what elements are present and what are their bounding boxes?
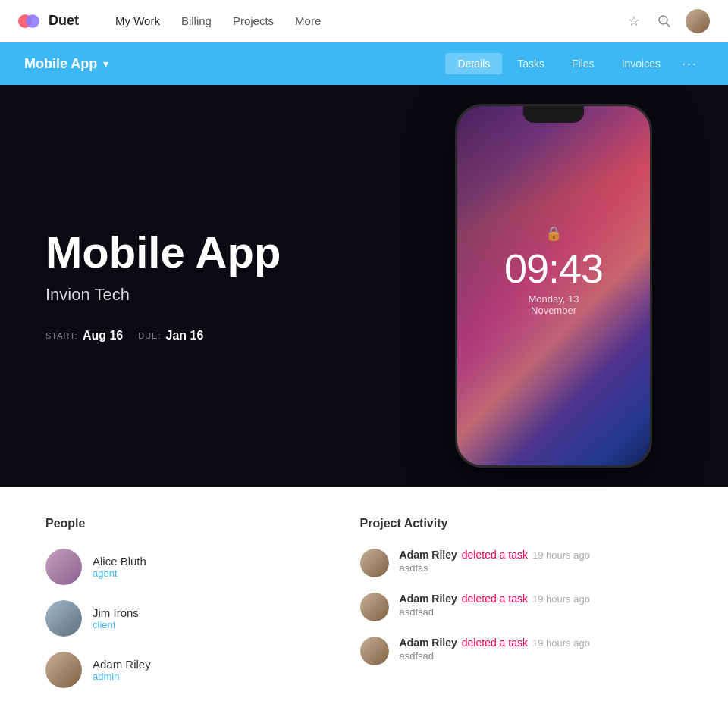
search-icon[interactable] xyxy=(655,12,673,30)
nav-more[interactable]: More xyxy=(295,14,321,27)
start-date-group: START: Aug 16 xyxy=(46,328,123,342)
jim-avatar xyxy=(46,600,82,637)
act3-name: Adam Riley xyxy=(400,637,457,649)
hero-subtitle: Invion Tech xyxy=(46,284,281,304)
svg-line-1 xyxy=(667,23,670,27)
act3-desc: asdfsad xyxy=(400,650,590,662)
star-icon[interactable]: ☆ xyxy=(625,12,643,30)
tab-files[interactable]: Files xyxy=(560,53,607,74)
act3-line: Adam Riley deleted a task 19 hours ago xyxy=(400,637,590,649)
activity-item: Adam Riley deleted a task 19 hours ago a… xyxy=(360,637,682,665)
logo-icon xyxy=(18,14,42,29)
lock-icon: 🔒 xyxy=(504,225,603,242)
alice-role: agent xyxy=(93,568,146,579)
person-item: Alice Bluth agent xyxy=(46,549,315,585)
act2-action: deleted a task xyxy=(462,593,528,605)
hero-dates: START: Aug 16 DUE: Jan 16 xyxy=(46,328,281,342)
nav-right: ☆ xyxy=(625,9,710,33)
act1-desc: asdfas xyxy=(400,562,590,574)
due-date: Jan 16 xyxy=(166,328,204,342)
phone-frame: 🔒 09:43 Monday, 13 November xyxy=(455,104,652,468)
alice-name: Alice Bluth xyxy=(93,555,146,568)
adam-name: Adam Riley xyxy=(93,658,151,671)
bottom-content: People Alice Bluth agent Jim Irons clien… xyxy=(0,487,728,701)
activity-item: Adam Riley deleted a task 19 hours ago a… xyxy=(360,593,682,621)
nav-my-work[interactable]: My Work xyxy=(115,14,160,27)
tab-tasks[interactable]: Tasks xyxy=(505,53,557,74)
jim-name: Jim Irons xyxy=(93,606,139,619)
project-title: Mobile App xyxy=(24,56,97,72)
act2-name: Adam Riley xyxy=(400,593,457,605)
adam-info: Adam Riley admin xyxy=(93,658,151,682)
act1-content: Adam Riley deleted a task 19 hours ago a… xyxy=(400,549,590,574)
act3-content: Adam Riley deleted a task 19 hours ago a… xyxy=(400,637,590,662)
activity-section: Project Activity Adam Riley deleted a ta… xyxy=(360,517,682,701)
act1-action: deleted a task xyxy=(462,549,528,561)
activity-section-title: Project Activity xyxy=(360,517,682,530)
act1-line: Adam Riley deleted a task 19 hours ago xyxy=(400,549,590,561)
top-navigation: Duet My Work Billing Projects More ☆ xyxy=(0,0,728,42)
act3-action: deleted a task xyxy=(462,637,528,649)
jim-role: client xyxy=(93,619,139,631)
act3-avatar xyxy=(360,637,389,665)
people-section-title: People xyxy=(46,517,315,530)
project-title-wrap: Mobile App ▾ xyxy=(24,56,445,72)
act2-line: Adam Riley deleted a task 19 hours ago xyxy=(400,593,590,605)
tab-details[interactable]: Details xyxy=(445,53,502,74)
logo[interactable]: Duet xyxy=(18,13,79,29)
people-section: People Alice Bluth agent Jim Irons clien… xyxy=(46,517,315,701)
phone-date: Monday, 13 November xyxy=(504,293,603,316)
act3-time: 19 hours ago xyxy=(532,637,590,649)
act2-time: 19 hours ago xyxy=(532,593,590,605)
hero-title: Mobile App xyxy=(46,230,281,276)
adam-role: admin xyxy=(93,671,151,682)
project-dropdown-icon[interactable]: ▾ xyxy=(103,58,108,70)
tab-invoices[interactable]: Invoices xyxy=(610,53,673,74)
due-label: DUE: xyxy=(138,330,161,340)
activity-item: Adam Riley deleted a task 19 hours ago a… xyxy=(360,549,682,577)
phone-illustration: 🔒 09:43 Monday, 13 November xyxy=(455,104,652,468)
nav-billing[interactable]: Billing xyxy=(181,14,212,27)
due-date-group: DUE: Jan 16 xyxy=(138,328,203,342)
act2-desc: asdfsad xyxy=(400,606,590,618)
hero-section: Mobile App Invion Tech START: Aug 16 DUE… xyxy=(0,85,728,487)
person-item: Jim Irons client xyxy=(46,600,315,637)
alice-info: Alice Bluth agent xyxy=(93,555,146,579)
phone-notch xyxy=(523,106,584,123)
nav-links: My Work Billing Projects More xyxy=(115,14,601,27)
act2-avatar xyxy=(360,593,389,621)
project-header-bar: Mobile App ▾ Details Tasks Files Invoice… xyxy=(0,42,728,85)
adam-avatar xyxy=(46,652,82,688)
phone-time-wrap: 🔒 09:43 Monday, 13 November xyxy=(504,225,603,316)
act1-avatar xyxy=(360,549,389,577)
act2-content: Adam Riley deleted a task 19 hours ago a… xyxy=(400,593,590,618)
hero-content: Mobile App Invion Tech START: Aug 16 DUE… xyxy=(46,230,281,343)
act1-time: 19 hours ago xyxy=(532,549,590,561)
phone-time: 09:43 xyxy=(504,248,603,289)
logo-text: Duet xyxy=(49,13,79,29)
user-avatar[interactable] xyxy=(686,9,710,33)
start-label: START: xyxy=(46,330,78,340)
alice-avatar xyxy=(46,549,82,585)
start-date: Aug 16 xyxy=(83,328,123,342)
jim-info: Jim Irons client xyxy=(93,606,139,631)
more-options-icon[interactable]: ··· xyxy=(676,53,704,75)
nav-projects[interactable]: Projects xyxy=(233,14,274,27)
act1-name: Adam Riley xyxy=(400,549,457,561)
project-tabs: Details Tasks Files Invoices ··· xyxy=(445,53,704,75)
person-item: Adam Riley admin xyxy=(46,652,315,688)
